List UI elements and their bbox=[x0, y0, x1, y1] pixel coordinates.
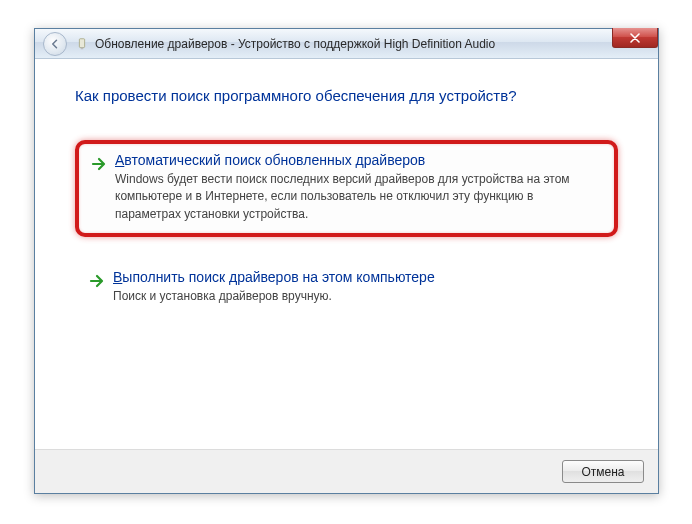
page-heading: Как провести поиск программного обеспече… bbox=[75, 87, 618, 104]
arrow-right-icon bbox=[89, 273, 105, 289]
close-button[interactable] bbox=[612, 28, 658, 48]
option-auto-title: Автоматический поиск обновленных драйвер… bbox=[115, 152, 602, 168]
svg-rect-0 bbox=[79, 38, 84, 47]
back-arrow-icon bbox=[49, 38, 61, 50]
option-auto-desc: Windows будет вести поиск последних верс… bbox=[115, 171, 602, 223]
content-area: Как провести поиск программного обеспече… bbox=[35, 59, 658, 350]
option-manual-desc: Поиск и установка драйверов вручную. bbox=[113, 288, 604, 305]
window-title: Обновление драйверов - Устройство с подд… bbox=[95, 37, 495, 51]
titlebar: Обновление драйверов - Устройство с подд… bbox=[35, 29, 658, 59]
svg-rect-1 bbox=[81, 47, 84, 49]
option-auto-search[interactable]: Автоматический поиск обновленных драйвер… bbox=[75, 140, 618, 237]
option-manual-title: Выполнить поиск драйверов на этом компью… bbox=[113, 269, 604, 285]
wizard-window: Обновление драйверов - Устройство с подд… bbox=[34, 28, 659, 494]
cancel-button[interactable]: Отмена bbox=[562, 460, 644, 483]
option-manual-search[interactable]: Выполнить поиск драйверов на этом компью… bbox=[75, 259, 618, 317]
back-button[interactable] bbox=[43, 32, 67, 56]
device-icon bbox=[75, 37, 89, 51]
footer: Отмена bbox=[35, 449, 658, 493]
close-icon bbox=[630, 33, 640, 43]
arrow-right-icon bbox=[91, 156, 107, 172]
